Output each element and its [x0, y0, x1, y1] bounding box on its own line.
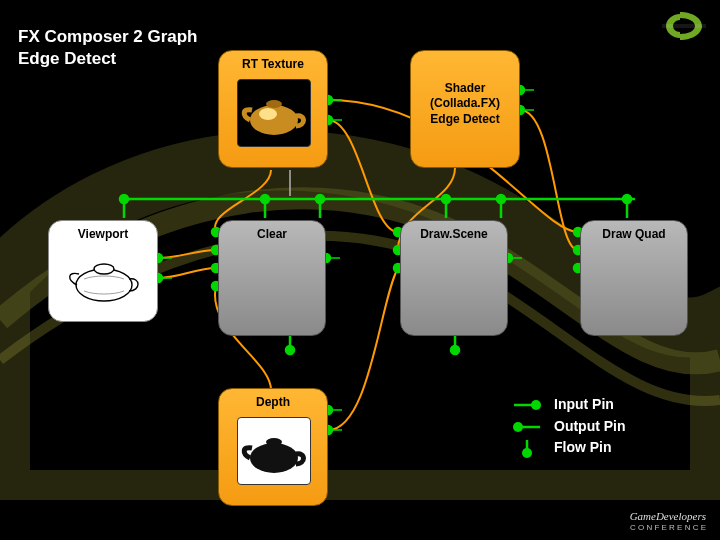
svg-point-10 — [261, 195, 270, 204]
legend-label: Input Pin — [554, 394, 614, 416]
legend-label: Flow Pin — [554, 437, 612, 459]
gdc-logo-icon: GameDevelopersC O N F E R E N C E — [630, 510, 706, 532]
teapot-gold-icon — [238, 80, 310, 146]
flow-pin-icon — [510, 438, 544, 458]
node-label: Draw Quad — [581, 227, 687, 241]
input-pin-icon — [510, 398, 544, 412]
page-title: FX Composer 2 Graph Edge Detect — [18, 26, 197, 70]
svg-rect-0 — [662, 24, 706, 28]
node-draw-quad[interactable]: Draw Quad — [580, 220, 688, 336]
node-rt-texture[interactable]: RT Texture — [218, 50, 328, 168]
teapot-silhouette-icon — [238, 418, 310, 484]
svg-point-48 — [451, 346, 460, 355]
output-pin-icon — [510, 420, 544, 434]
svg-point-61 — [522, 448, 532, 458]
svg-point-14 — [623, 195, 632, 204]
svg-point-55 — [266, 438, 282, 446]
legend-label: Output Pin — [554, 416, 626, 438]
svg-point-11 — [316, 195, 325, 204]
node-viewport[interactable]: Viewport — [48, 220, 158, 322]
node-label: Clear — [219, 227, 325, 241]
node-label: Draw.Scene — [401, 227, 507, 241]
svg-point-49 — [250, 105, 298, 135]
svg-point-12 — [442, 195, 451, 204]
nvidia-logo-icon — [662, 10, 706, 42]
node-label: Depth — [219, 395, 327, 409]
svg-point-53 — [94, 264, 114, 274]
node-draw-scene[interactable]: Draw.Scene — [400, 220, 508, 336]
teapot-sketch-icon — [59, 247, 149, 311]
svg-point-54 — [250, 443, 298, 473]
node-depth[interactable]: Depth — [218, 388, 328, 506]
svg-point-13 — [497, 195, 506, 204]
svg-point-9 — [120, 195, 129, 204]
node-shader[interactable]: Shader (Collada.FX) Edge Detect — [410, 50, 520, 168]
legend: Input Pin Output Pin Flow Pin — [510, 394, 626, 459]
node-clear[interactable]: Clear — [218, 220, 326, 336]
svg-point-51 — [266, 100, 282, 108]
svg-point-46 — [286, 346, 295, 355]
svg-point-50 — [259, 108, 277, 120]
node-label: RT Texture — [219, 57, 327, 71]
node-label: Shader (Collada.FX) Edge Detect — [411, 81, 519, 128]
svg-point-57 — [531, 400, 541, 410]
node-label: Viewport — [49, 227, 157, 241]
